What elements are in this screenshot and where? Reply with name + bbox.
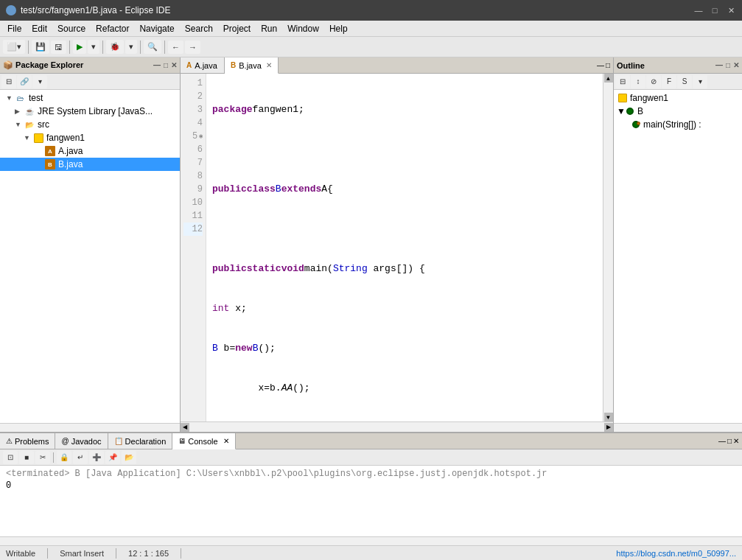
console-pin[interactable]: 📌 (105, 451, 120, 464)
vscroll-up[interactable]: ▲ (604, 74, 613, 83)
tab-declaration[interactable]: 📋 Declaration (108, 433, 173, 449)
package-explorer-close[interactable]: ✕ (171, 61, 177, 69)
vscroll-down[interactable]: ▼ (604, 413, 613, 421)
outline-label-main: main(String[]) : (643, 119, 701, 130)
console-terminated-text: <terminated> B [Java Application] C:\Use… (6, 469, 736, 479)
outline-view-menu[interactable]: ▾ (693, 75, 707, 88)
console-scroll-lock[interactable]: 🔒 (57, 451, 71, 464)
outline-close[interactable]: ✕ (733, 61, 739, 69)
outline-class-icon (624, 105, 636, 117)
maximize-editor-button[interactable]: □ (606, 61, 610, 69)
collapse-all-button[interactable]: ⊟ (1, 75, 16, 88)
outline-panel: Outline — □ ✕ ⊟ ↕ ⊘ F S ▾ fangwen1 ▼ (613, 57, 742, 432)
tab-ajava[interactable]: A A.java (181, 57, 225, 73)
tree-item-src[interactable]: ▼ 📂 src (0, 118, 180, 131)
console-terminate[interactable]: ■ (19, 451, 34, 464)
workspace: 📦 Package Explorer — □ ✕ ⊟ 🔗 ▾ ▼ 🗁 test … (0, 57, 742, 432)
console-word-wrap[interactable]: ↵ (73, 451, 88, 464)
outline-sort[interactable]: ↕ (631, 75, 645, 88)
menu-source[interactable]: Source (53, 22, 90, 35)
package-explorer-maximize[interactable]: □ (164, 61, 168, 69)
outline-label-fangwen1: fangwen1 (630, 93, 668, 103)
outline-collapse-all[interactable]: ⊟ (615, 75, 630, 88)
package-explorer-minimize[interactable]: — (153, 61, 161, 69)
title-bar: test/src/fangwen1/B.java - Eclipse IDE —… (0, 0, 742, 21)
status-sep-2 (116, 548, 116, 559)
tree-item-test[interactable]: ▼ 🗁 test (0, 91, 180, 105)
search-button[interactable]: 🔍 (144, 40, 161, 54)
tab-bjava[interactable]: B B.java ✕ (225, 57, 279, 74)
tab-bjava-close[interactable]: ✕ (266, 61, 272, 69)
debug-button[interactable]: 🐞 (106, 40, 124, 54)
src-icon: 📂 (24, 119, 35, 130)
bottom-close[interactable]: ✕ (733, 437, 739, 445)
back-button[interactable]: ← (168, 41, 183, 54)
menu-help[interactable]: Help (325, 22, 352, 35)
tab-spacer (279, 57, 594, 73)
menu-search[interactable]: Search (181, 22, 217, 35)
outline-item-fangwen1[interactable]: fangwen1 (615, 91, 741, 105)
close-button[interactable]: ✕ (726, 5, 736, 15)
tab-console[interactable]: 🖥 Console ✕ (172, 433, 235, 449)
console-open-file[interactable]: 📂 (122, 451, 136, 464)
outline-filter[interactable]: ⊘ (646, 75, 661, 88)
tab-problems[interactable]: ⚠ Problems (0, 433, 55, 449)
outline-maximize[interactable]: □ (726, 61, 730, 69)
tree-item-ajava[interactable]: A A.java (0, 144, 180, 158)
minimize-button[interactable]: — (693, 5, 704, 15)
console-new-console[interactable]: ➕ (89, 451, 104, 464)
save-button[interactable]: 💾 (32, 40, 49, 54)
menu-edit[interactable]: Edit (27, 22, 52, 35)
menu-navigate[interactable]: Navigate (135, 22, 178, 35)
hscroll-right[interactable]: ▶ (604, 423, 613, 432)
console-disconnect[interactable]: ✂ (35, 451, 50, 464)
new-button[interactable]: ⬜▾ (3, 40, 25, 54)
outline-minimize[interactable]: — (715, 61, 723, 69)
view-menu-button[interactable]: ▾ (32, 75, 47, 88)
toolbar-separator-2 (69, 41, 70, 54)
hscroll-left[interactable]: ◀ (181, 423, 189, 432)
outline-label-B: B (637, 106, 643, 116)
console-hscroll[interactable] (0, 536, 742, 545)
tree-item-jre[interactable]: ▶ ☕ JRE System Library [JavaS... (0, 105, 180, 118)
debug-dropdown[interactable]: ▾ (125, 40, 137, 54)
maximize-button[interactable]: □ (710, 5, 720, 15)
bjava-icon: B (44, 158, 56, 170)
run-button[interactable]: ▶ (73, 40, 86, 54)
tab-console-close[interactable]: ✕ (223, 437, 229, 445)
minimize-editor-button[interactable]: — (597, 61, 604, 69)
editor-content[interactable]: 1 2 3 4 5◉ 6 7 8 9 10 11 12 package fang… (181, 74, 613, 421)
editor-vscroll[interactable]: ▲ ▼ (603, 74, 613, 421)
link-with-editor-button[interactable]: 🔗 (17, 75, 32, 88)
tree-item-bjava[interactable]: B B.java (0, 158, 180, 171)
status-sep-1 (47, 548, 48, 559)
menu-project[interactable]: Project (219, 22, 255, 35)
outline-item-B[interactable]: ▼ B (615, 105, 741, 118)
ajava-icon: A (44, 145, 56, 157)
console-clear[interactable]: ⊡ (3, 451, 18, 464)
save-all-button[interactable]: 🖫 (51, 41, 66, 54)
forward-button[interactable]: → (185, 41, 200, 54)
tree-label-ajava: A.java (58, 146, 83, 156)
outline-item-main[interactable]: main(String[]) : (615, 118, 741, 131)
editor-hscroll[interactable]: ◀ ▶ (181, 421, 613, 432)
package-explorer-hscroll[interactable] (0, 423, 180, 432)
menu-file[interactable]: File (3, 22, 26, 35)
toolbar-separator-3 (102, 41, 103, 54)
status-link[interactable]: https://blog.csdn.net/m0_50997... (616, 549, 736, 558)
menu-window[interactable]: Window (283, 22, 323, 35)
outline-hscroll[interactable] (614, 423, 742, 432)
outline-hide-fields[interactable]: F (662, 75, 676, 88)
tab-javadoc[interactable]: @ Javadoc (55, 433, 108, 449)
package-explorer-panel: 📦 Package Explorer — □ ✕ ⊟ 🔗 ▾ ▼ 🗁 test … (0, 57, 181, 432)
run-dropdown[interactable]: ▾ (88, 40, 99, 54)
outline-title: Outline (617, 61, 713, 70)
menu-run[interactable]: Run (256, 22, 281, 35)
menu-refactor[interactable]: Refactor (91, 22, 133, 35)
tree-label-src: src (38, 119, 49, 130)
code-editor[interactable]: package fangwen1; public class B extends… (206, 74, 603, 421)
bottom-maximize[interactable]: □ (727, 437, 732, 445)
bottom-minimize[interactable]: — (718, 437, 726, 445)
outline-hide-static[interactable]: S (677, 75, 692, 88)
tree-item-fangwen1[interactable]: ▼ fangwen1 (0, 131, 180, 144)
